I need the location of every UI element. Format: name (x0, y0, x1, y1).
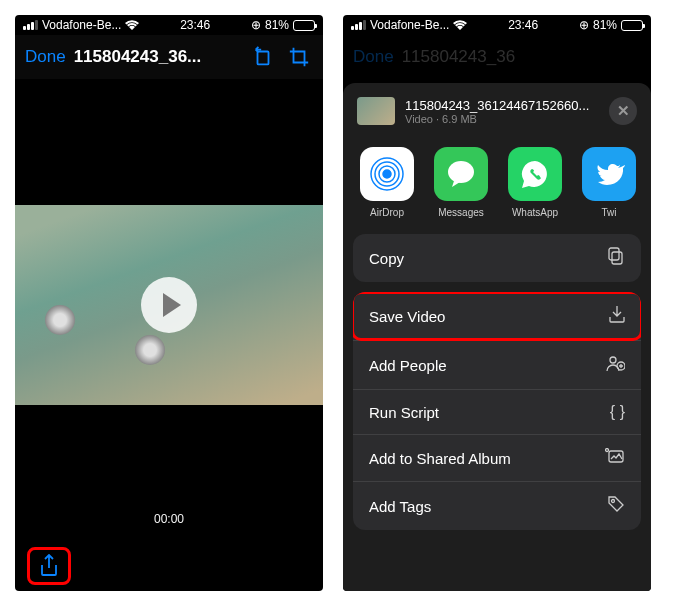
share-app-twitter[interactable]: Twi (581, 147, 637, 218)
carrier-label: Vodafone-Be... (370, 18, 449, 32)
battery-percent: 81% (593, 18, 617, 32)
share-file-meta: Video · 6.9 MB (405, 113, 599, 125)
wifi-icon (453, 20, 467, 30)
share-app-whatsapp[interactable]: WhatsApp (507, 147, 563, 218)
action-group-main: Save Video Add People Run Script { } Add… (353, 292, 641, 530)
status-bar: Vodafone-Be... 23:46 ⊕ 81% (15, 15, 323, 35)
editor-top-bar: Done 115804243_36... (15, 35, 323, 79)
signal-icon (23, 20, 38, 30)
action-save-video[interactable]: Save Video (353, 292, 641, 341)
share-apps-row: AirDrop Messages WhatsApp Twi (343, 139, 651, 234)
svg-point-11 (606, 449, 609, 452)
bottom-toolbar (15, 541, 323, 591)
play-icon (163, 293, 181, 317)
airdrop-icon (360, 147, 414, 201)
messages-icon (434, 147, 488, 201)
action-copy[interactable]: Copy (353, 234, 641, 282)
twitter-icon (582, 147, 636, 201)
status-bar: Vodafone-Be... 23:46 ⊕ 81% (343, 15, 651, 35)
time-label: 23:46 (508, 18, 538, 32)
sheet-header: 115804243_36124467152660... Video · 6.9 … (343, 97, 651, 139)
battery-icon (293, 20, 315, 31)
signal-icon (351, 20, 366, 30)
battery-symbol: ⊕ (579, 18, 589, 32)
share-app-airdrop[interactable]: AirDrop (359, 147, 415, 218)
close-button[interactable]: ✕ (609, 97, 637, 125)
download-icon (609, 305, 625, 327)
crop-icon[interactable] (285, 43, 313, 71)
copy-icon (607, 247, 625, 269)
done-button[interactable]: Done (25, 47, 66, 67)
action-shared-album[interactable]: Add to Shared Album (353, 435, 641, 482)
action-add-tags[interactable]: Add Tags (353, 482, 641, 530)
whatsapp-icon (508, 147, 562, 201)
rotate-icon[interactable] (249, 43, 277, 71)
action-run-script[interactable]: Run Script { } (353, 390, 641, 435)
svg-rect-6 (612, 252, 622, 264)
share-app-messages[interactable]: Messages (433, 147, 489, 218)
carrier-label: Vodafone-Be... (42, 18, 121, 32)
svg-point-8 (610, 357, 616, 363)
action-group-copy: Copy (353, 234, 641, 282)
share-icon[interactable] (39, 554, 59, 578)
file-title: 115804243_36... (74, 47, 241, 67)
battery-percent: 81% (265, 18, 289, 32)
video-timestamp: 00:00 (15, 512, 323, 526)
script-icon: { } (610, 403, 625, 421)
share-sheet: 115804243_36124467152660... Video · 6.9 … (343, 83, 651, 591)
battery-symbol: ⊕ (251, 18, 261, 32)
action-add-people[interactable]: Add People (353, 341, 641, 390)
svg-point-5 (448, 161, 474, 183)
time-label: 23:46 (180, 18, 210, 32)
right-phone-sharesheet: Vodafone-Be... 23:46 ⊕ 81% Done 11580424… (343, 15, 651, 591)
close-icon: ✕ (617, 102, 630, 120)
left-phone-preview: Vodafone-Be... 23:46 ⊕ 81% Done 11580424… (15, 15, 323, 591)
battery-icon (621, 20, 643, 31)
svg-point-1 (383, 170, 391, 178)
file-thumbnail (357, 97, 395, 125)
svg-rect-0 (258, 52, 269, 65)
svg-rect-7 (609, 248, 619, 260)
share-file-name: 115804243_36124467152660... (405, 98, 599, 113)
album-icon (605, 448, 625, 468)
add-people-icon (605, 354, 625, 376)
tag-icon (607, 495, 625, 517)
share-button-highlight (27, 547, 71, 585)
play-button[interactable] (141, 277, 197, 333)
svg-point-12 (612, 500, 615, 503)
wifi-icon (125, 20, 139, 30)
dimmed-background-header: Done 115804243_36 (343, 35, 651, 79)
video-preview[interactable] (15, 205, 323, 405)
